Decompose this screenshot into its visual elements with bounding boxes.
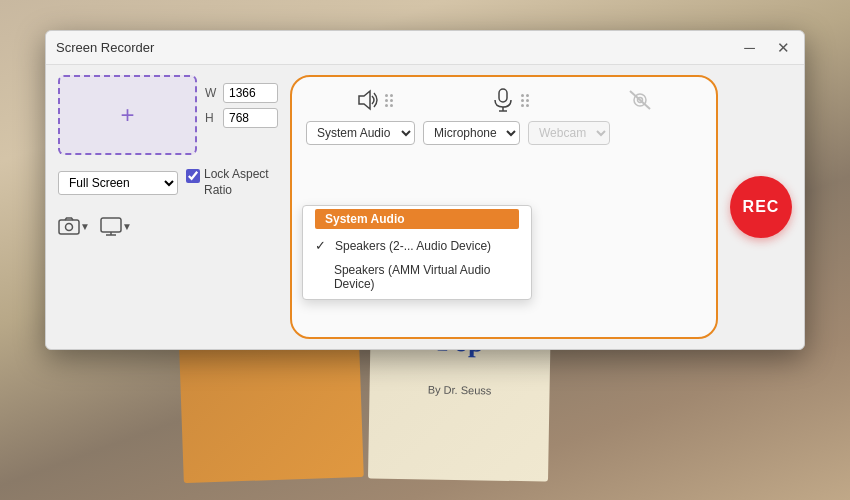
system-audio-dropdown-popup: System Audio ✓ Speakers (2-... Audio Dev… (302, 205, 532, 300)
width-input[interactable] (223, 83, 278, 103)
svg-rect-2 (101, 218, 121, 232)
av-panel: System Audio Microphone Webcam System Au… (290, 75, 718, 339)
system-audio-select[interactable]: System Audio (306, 121, 415, 145)
speaker-group (354, 87, 395, 113)
microphone-icon (490, 87, 516, 113)
dropdown-header: System Audio (315, 209, 519, 229)
svg-marker-5 (359, 91, 370, 109)
screenshot-chevron: ▼ (80, 221, 90, 232)
dropdown-item-speakers-2[interactable]: Speakers (AMM Virtual Audio Device) (303, 258, 531, 296)
lock-aspect-ratio-label: Lock Aspect Ratio (204, 167, 274, 198)
close-button[interactable]: ✕ (773, 38, 794, 57)
settings-chevron: ▼ (122, 221, 132, 232)
svg-rect-6 (499, 89, 507, 102)
capture-mode-select[interactable]: Full Screen (58, 171, 178, 195)
bottom-icons-row: ▼ ▼ (58, 216, 278, 236)
settings-icon (100, 216, 122, 236)
width-label: W (205, 86, 219, 100)
screenshot-icon (58, 217, 80, 235)
minimize-button[interactable]: ─ (740, 38, 759, 57)
rec-button[interactable]: REC (730, 176, 792, 238)
microphone-select[interactable]: Microphone (423, 121, 520, 145)
settings-button[interactable]: ▼ (100, 216, 132, 236)
lock-aspect-ratio-checkbox[interactable] (186, 169, 200, 183)
titlebar: Screen Recorder ─ ✕ (46, 31, 804, 65)
speaker-icon (354, 87, 380, 113)
speaker-dots (383, 92, 395, 109)
av-dropdowns-row: System Audio Microphone Webcam (306, 121, 702, 145)
av-icons-row (306, 87, 702, 113)
height-row: H (205, 108, 278, 128)
window-content: + W H Full Screen (46, 65, 804, 349)
width-row: W (205, 83, 278, 103)
add-capture-area-icon: + (120, 101, 134, 129)
svg-rect-0 (59, 220, 79, 234)
capture-area-box[interactable]: + (58, 75, 197, 155)
svg-point-1 (66, 224, 73, 231)
microphone-group (490, 87, 531, 113)
screenshot-button[interactable]: ▼ (58, 217, 90, 235)
height-input[interactable] (223, 108, 278, 128)
webcam-group (626, 87, 654, 113)
webcam-select[interactable]: Webcam (528, 121, 610, 145)
microphone-dots (519, 92, 531, 109)
left-panel: + W H Full Screen (58, 75, 278, 339)
window-title: Screen Recorder (56, 40, 154, 55)
titlebar-controls: ─ ✕ (740, 38, 794, 57)
dropdown-item-speakers-1[interactable]: ✓ Speakers (2-... Audio Device) (303, 233, 531, 258)
height-label: H (205, 111, 219, 125)
webcam-icon (626, 87, 654, 113)
screen-recorder-window: Screen Recorder ─ ✕ + W H (45, 30, 805, 350)
checkmark-icon: ✓ (315, 238, 329, 253)
